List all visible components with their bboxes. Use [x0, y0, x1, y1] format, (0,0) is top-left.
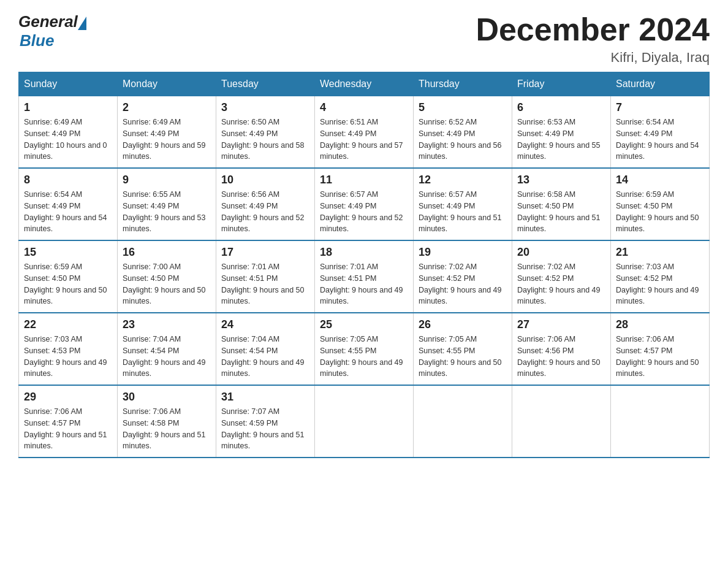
- day-number: 11: [320, 174, 408, 186]
- header-cell-wednesday: Wednesday: [315, 72, 414, 96]
- day-cell: 11 Sunrise: 6:57 AM Sunset: 4:49 PM Dayl…: [315, 168, 414, 240]
- day-info: Sunrise: 7:06 AM Sunset: 4:57 PM Dayligh…: [616, 334, 704, 380]
- day-info: Sunrise: 6:57 AM Sunset: 4:49 PM Dayligh…: [320, 189, 408, 235]
- day-number: 25: [320, 318, 408, 331]
- day-number: 18: [320, 246, 408, 259]
- week-row-2: 8 Sunrise: 6:54 AM Sunset: 4:49 PM Dayli…: [19, 168, 710, 240]
- day-cell: 25 Sunrise: 7:05 AM Sunset: 4:55 PM Dayl…: [315, 313, 414, 385]
- day-number: 21: [616, 246, 704, 259]
- day-info: Sunrise: 7:03 AM Sunset: 4:52 PM Dayligh…: [616, 261, 704, 307]
- day-cell: [512, 385, 611, 458]
- day-info: Sunrise: 6:49 AM Sunset: 4:49 PM Dayligh…: [123, 117, 211, 163]
- day-cell: 16 Sunrise: 7:00 AM Sunset: 4:50 PM Dayl…: [118, 240, 216, 313]
- day-cell: 29 Sunrise: 7:06 AM Sunset: 4:57 PM Dayl…: [19, 385, 118, 458]
- header-cell-thursday: Thursday: [414, 72, 512, 96]
- day-cell: 8 Sunrise: 6:54 AM Sunset: 4:49 PM Dayli…: [19, 168, 118, 240]
- logo-blue-text: Blue: [20, 31, 86, 50]
- day-cell: 31 Sunrise: 7:07 AM Sunset: 4:59 PM Dayl…: [216, 385, 315, 458]
- day-cell: 15 Sunrise: 6:59 AM Sunset: 4:50 PM Dayl…: [19, 240, 118, 313]
- day-info: Sunrise: 6:50 AM Sunset: 4:49 PM Dayligh…: [221, 117, 309, 163]
- location-text: Kifri, Diyala, Iraq: [476, 50, 710, 66]
- month-title: December 2024: [476, 12, 710, 47]
- day-cell: 7 Sunrise: 6:54 AM Sunset: 4:49 PM Dayli…: [611, 96, 710, 169]
- day-cell: 14 Sunrise: 6:59 AM Sunset: 4:50 PM Dayl…: [611, 168, 710, 240]
- calendar-table: SundayMondayTuesdayWednesdayThursdayFrid…: [18, 72, 710, 458]
- day-cell: 1 Sunrise: 6:49 AM Sunset: 4:49 PM Dayli…: [19, 96, 118, 169]
- day-info: Sunrise: 7:06 AM Sunset: 4:58 PM Dayligh…: [123, 406, 211, 452]
- day-info: Sunrise: 7:02 AM Sunset: 4:52 PM Dayligh…: [419, 261, 507, 307]
- header-cell-tuesday: Tuesday: [216, 72, 315, 96]
- day-cell: 13 Sunrise: 6:58 AM Sunset: 4:50 PM Dayl…: [512, 168, 611, 240]
- day-number: 20: [517, 246, 605, 259]
- page-header: General Blue December 2024 Kifri, Diyala…: [18, 12, 710, 66]
- day-cell: 23 Sunrise: 7:04 AM Sunset: 4:54 PM Dayl…: [118, 313, 216, 385]
- day-info: Sunrise: 6:56 AM Sunset: 4:49 PM Dayligh…: [221, 189, 309, 235]
- day-number: 23: [123, 318, 211, 331]
- day-number: 9: [123, 174, 211, 186]
- day-info: Sunrise: 6:58 AM Sunset: 4:50 PM Dayligh…: [517, 189, 605, 235]
- day-info: Sunrise: 7:02 AM Sunset: 4:52 PM Dayligh…: [517, 261, 605, 307]
- day-info: Sunrise: 6:59 AM Sunset: 4:50 PM Dayligh…: [24, 261, 112, 307]
- day-number: 1: [24, 101, 112, 114]
- day-number: 8: [24, 174, 112, 186]
- day-number: 5: [419, 101, 507, 114]
- calendar-header: SundayMondayTuesdayWednesdayThursdayFrid…: [19, 72, 710, 96]
- day-number: 2: [123, 101, 211, 114]
- header-cell-friday: Friday: [512, 72, 611, 96]
- day-number: 15: [24, 246, 112, 259]
- day-info: Sunrise: 6:54 AM Sunset: 4:49 PM Dayligh…: [24, 189, 112, 235]
- day-number: 10: [221, 174, 309, 186]
- day-number: 26: [419, 318, 507, 331]
- day-info: Sunrise: 6:59 AM Sunset: 4:50 PM Dayligh…: [616, 189, 704, 235]
- day-cell: 27 Sunrise: 7:06 AM Sunset: 4:56 PM Dayl…: [512, 313, 611, 385]
- day-number: 24: [221, 318, 309, 331]
- day-cell: 30 Sunrise: 7:06 AM Sunset: 4:58 PM Dayl…: [118, 385, 216, 458]
- title-area: December 2024 Kifri, Diyala, Iraq: [476, 12, 710, 66]
- day-cell: [611, 385, 710, 458]
- day-cell: 5 Sunrise: 6:52 AM Sunset: 4:49 PM Dayli…: [414, 96, 512, 169]
- day-cell: 24 Sunrise: 7:04 AM Sunset: 4:54 PM Dayl…: [216, 313, 315, 385]
- logo-general-text: General: [18, 12, 78, 31]
- day-info: Sunrise: 6:49 AM Sunset: 4:49 PM Dayligh…: [24, 117, 112, 163]
- logo-line1: General: [18, 12, 86, 31]
- day-info: Sunrise: 7:00 AM Sunset: 4:50 PM Dayligh…: [123, 261, 211, 307]
- day-cell: [414, 385, 512, 458]
- day-cell: 10 Sunrise: 6:56 AM Sunset: 4:49 PM Dayl…: [216, 168, 315, 240]
- day-number: 19: [419, 246, 507, 259]
- day-info: Sunrise: 7:06 AM Sunset: 4:56 PM Dayligh…: [517, 334, 605, 380]
- day-cell: 19 Sunrise: 7:02 AM Sunset: 4:52 PM Dayl…: [414, 240, 512, 313]
- calendar-body: 1 Sunrise: 6:49 AM Sunset: 4:49 PM Dayli…: [19, 96, 710, 458]
- day-info: Sunrise: 6:51 AM Sunset: 4:49 PM Dayligh…: [320, 117, 408, 163]
- logo-triangle-icon: [78, 17, 86, 30]
- day-cell: 12 Sunrise: 6:57 AM Sunset: 4:49 PM Dayl…: [414, 168, 512, 240]
- logo: General Blue: [18, 12, 86, 50]
- day-number: 4: [320, 101, 408, 114]
- day-cell: 26 Sunrise: 7:05 AM Sunset: 4:55 PM Dayl…: [414, 313, 512, 385]
- day-number: 30: [123, 391, 211, 404]
- day-cell: [315, 385, 414, 458]
- day-number: 14: [616, 174, 704, 186]
- header-cell-sunday: Sunday: [19, 72, 118, 96]
- day-cell: 28 Sunrise: 7:06 AM Sunset: 4:57 PM Dayl…: [611, 313, 710, 385]
- day-info: Sunrise: 6:54 AM Sunset: 4:49 PM Dayligh…: [616, 117, 704, 163]
- day-info: Sunrise: 6:53 AM Sunset: 4:49 PM Dayligh…: [517, 117, 605, 163]
- header-cell-saturday: Saturday: [611, 72, 710, 96]
- day-info: Sunrise: 6:52 AM Sunset: 4:49 PM Dayligh…: [419, 117, 507, 163]
- week-row-5: 29 Sunrise: 7:06 AM Sunset: 4:57 PM Dayl…: [19, 385, 710, 458]
- header-row: SundayMondayTuesdayWednesdayThursdayFrid…: [19, 72, 710, 96]
- day-number: 17: [221, 246, 309, 259]
- day-cell: 3 Sunrise: 6:50 AM Sunset: 4:49 PM Dayli…: [216, 96, 315, 169]
- day-info: Sunrise: 7:04 AM Sunset: 4:54 PM Dayligh…: [221, 334, 309, 380]
- day-info: Sunrise: 7:01 AM Sunset: 4:51 PM Dayligh…: [221, 261, 309, 307]
- day-cell: 2 Sunrise: 6:49 AM Sunset: 4:49 PM Dayli…: [118, 96, 216, 169]
- day-cell: 4 Sunrise: 6:51 AM Sunset: 4:49 PM Dayli…: [315, 96, 414, 169]
- day-info: Sunrise: 7:03 AM Sunset: 4:53 PM Dayligh…: [24, 334, 112, 380]
- day-cell: 9 Sunrise: 6:55 AM Sunset: 4:49 PM Dayli…: [118, 168, 216, 240]
- day-info: Sunrise: 7:07 AM Sunset: 4:59 PM Dayligh…: [221, 406, 309, 452]
- week-row-3: 15 Sunrise: 6:59 AM Sunset: 4:50 PM Dayl…: [19, 240, 710, 313]
- day-info: Sunrise: 7:01 AM Sunset: 4:51 PM Dayligh…: [320, 261, 408, 307]
- day-number: 3: [221, 101, 309, 114]
- day-number: 12: [419, 174, 507, 186]
- day-number: 13: [517, 174, 605, 186]
- day-info: Sunrise: 7:05 AM Sunset: 4:55 PM Dayligh…: [320, 334, 408, 380]
